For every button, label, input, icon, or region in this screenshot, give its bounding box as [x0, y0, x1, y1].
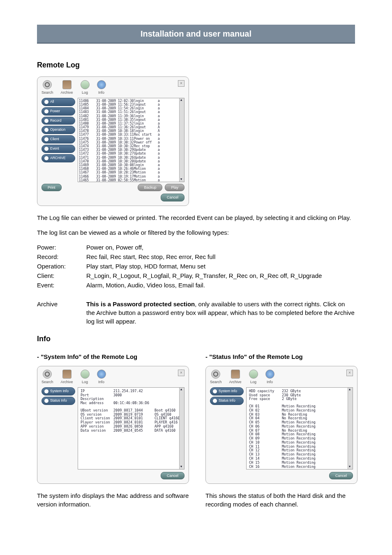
page-header: Installation and user manual: [37, 25, 355, 44]
scrollbar[interactable]: [179, 388, 184, 469]
log-row[interactable]: 1146931-08-2009 10:30:08logina: [79, 163, 183, 167]
info-icon: [44, 399, 48, 403]
close-icon[interactable]: ×: [178, 370, 184, 376]
backup-button[interactable]: Backup: [138, 184, 162, 192]
cancel-button[interactable]: Cancel: [329, 472, 353, 480]
sidebar-item[interactable]: ARCHIVE: [42, 154, 75, 162]
close-icon[interactable]: ×: [346, 370, 353, 376]
filter-icon: [44, 119, 48, 123]
log-row[interactable]: 1148031-08-2009 11:37:52logina: [79, 122, 183, 125]
body-text: The Log file can either be viewed or pri…: [37, 213, 355, 222]
log-row[interactable]: 1147031-08-2009 10:30:20Updatea: [79, 160, 183, 163]
log-row[interactable]: 1148231-08-2009 11:39:36logina: [79, 114, 183, 118]
sidebar-item[interactable]: System Info: [42, 387, 75, 395]
log-row[interactable]: 1147431-08-2009 10:30:32Rec stopa: [79, 144, 183, 148]
type-key: Power:: [37, 243, 86, 252]
sidebar-item[interactable]: Status Info: [42, 397, 75, 405]
log-row[interactable]: 1147331-08-2009 10:30:29Updatea: [79, 148, 183, 152]
info-icon: [44, 389, 48, 393]
statinfo-body: HDD capacity232 GByteUsed space230 GByte…: [246, 387, 353, 469]
play-button[interactable]: Play: [165, 184, 184, 192]
info-icon: [97, 80, 106, 89]
type-key: Archive: [37, 300, 86, 326]
log-row[interactable]: 1146631-08-2009 10:19:17Motiona: [79, 175, 183, 178]
filter-icon: [44, 100, 48, 104]
tab-search[interactable]: Search: [210, 370, 222, 385]
sidebar-item[interactable]: Status Info: [210, 397, 244, 405]
type-key: Client:: [37, 271, 86, 280]
log-row[interactable]: 1148631-08-2009 12:02:30logina: [79, 99, 183, 103]
log-row[interactable]: 1148331-08-2009 11:51:26logouta: [79, 110, 183, 114]
sidebar-item[interactable]: All: [42, 98, 75, 106]
type-value: Power on, Power off,: [86, 243, 355, 252]
info-icon: [213, 399, 217, 403]
tab-info[interactable]: Info: [265, 370, 274, 385]
sysinfo-window: × Search Archive Log Info System InfoSta…: [37, 366, 189, 484]
log-row[interactable]: 1147631-08-2009 10:33:11Power ona: [79, 137, 183, 141]
log-row[interactable]: 1148431-08-2009 11:54:26logina: [79, 106, 183, 110]
log-row[interactable]: 1147531-08-2009 10:30:32Power offa: [79, 141, 183, 144]
tab-archive[interactable]: Archive: [61, 370, 73, 385]
info-icon: [265, 370, 274, 379]
filter-icon: [44, 109, 48, 113]
log-row[interactable]: 1147831-08-2009 10:38:18loginA: [79, 129, 183, 133]
tab-search[interactable]: Search: [42, 80, 53, 95]
log-icon: [81, 370, 90, 379]
log-row[interactable]: 1146531-08-2009 02:58:55Motiona: [79, 178, 183, 182]
log-icon: [81, 80, 90, 89]
archive-icon: [62, 80, 71, 89]
filter-icon: [44, 128, 48, 132]
caption: The system info displays the Mac address…: [37, 491, 189, 509]
tab-log[interactable]: Log: [249, 370, 258, 385]
hdd-row: Free space2 GByte: [249, 397, 350, 401]
sysinfo-body: IP211.254.197.42Port3000DescriptionMac a…: [78, 387, 184, 469]
log-row[interactable]: 1148131-08-2009 11:38:35logouta: [79, 118, 183, 122]
log-row[interactable]: 1146731-08-2009 10:20:23Motiona: [79, 171, 183, 174]
info-icon: [213, 389, 217, 393]
info-row: Mac address00:1C:46:0B:36:D6: [81, 401, 182, 405]
tab-search[interactable]: Search: [42, 370, 53, 385]
info-icon: [97, 370, 106, 379]
cancel-button[interactable]: Cancel: [161, 194, 184, 201]
version-row: Data version2009_0824_0545DATA q4160: [81, 429, 182, 433]
caption: This shows the status of both the Hard d…: [205, 491, 357, 509]
log-row[interactable]: 1148531-08-2009 11:56:23logouta: [79, 103, 183, 106]
log-row[interactable]: 1147931-08-2009 11:36:26logoutA: [79, 125, 183, 129]
archive-icon: [231, 370, 240, 379]
scrollbar[interactable]: [179, 98, 184, 182]
search-icon: [43, 370, 52, 379]
log-row[interactable]: 1147131-08-2009 10:30:26Updatea: [79, 156, 183, 160]
sidebar-item[interactable]: Record: [42, 117, 75, 125]
channel-row: CH 16Motion Recording: [249, 465, 350, 469]
sidebar-item[interactable]: System Info: [210, 387, 244, 395]
log-row[interactable]: 1147231-08-2009 10:30:27Updatea: [79, 152, 183, 155]
sidebar-item[interactable]: Power: [42, 107, 75, 116]
log-list[interactable]: 1148631-08-2009 12:02:30logina1148531-08…: [78, 98, 184, 182]
type-key: Record:: [37, 252, 86, 261]
info-row: IP211.254.197.42: [81, 389, 182, 393]
close-icon[interactable]: ×: [178, 80, 184, 87]
tab-archive[interactable]: Archive: [229, 370, 242, 385]
log-row[interactable]: 1146831-08-2009 10:26:46Motiona: [79, 167, 183, 171]
archive-icon: [62, 370, 71, 379]
tab-archive[interactable]: Archive: [61, 80, 73, 95]
tab-info[interactable]: Info: [97, 80, 106, 95]
section-remote-log: Remote Log: [37, 60, 355, 70]
tab-log[interactable]: Log: [81, 370, 90, 385]
scrollbar[interactable]: [348, 388, 353, 469]
log-row[interactable]: 1147731-08-2009 10:33:11Rec starta: [79, 133, 183, 136]
type-key: Event:: [37, 281, 86, 289]
filter-icon: [44, 137, 48, 141]
body-text: The log list can be viewed as a whole or…: [37, 228, 355, 237]
type-value: This is a Password protected section, on…: [86, 300, 355, 326]
statinfo-heading: - "Status Info" of the Remote Log: [205, 352, 357, 361]
sidebar-item[interactable]: Operation: [42, 126, 75, 134]
print-button[interactable]: Print: [42, 184, 62, 192]
cancel-button[interactable]: Cancel: [161, 472, 184, 480]
sidebar-item[interactable]: Event: [42, 145, 75, 153]
tab-info[interactable]: Info: [97, 370, 106, 385]
search-icon: [211, 370, 220, 379]
tab-log[interactable]: Log: [81, 80, 90, 95]
type-value: Alarm, Motion, Audio, Video loss, Email …: [86, 281, 355, 289]
sidebar-item[interactable]: Client: [42, 135, 75, 143]
